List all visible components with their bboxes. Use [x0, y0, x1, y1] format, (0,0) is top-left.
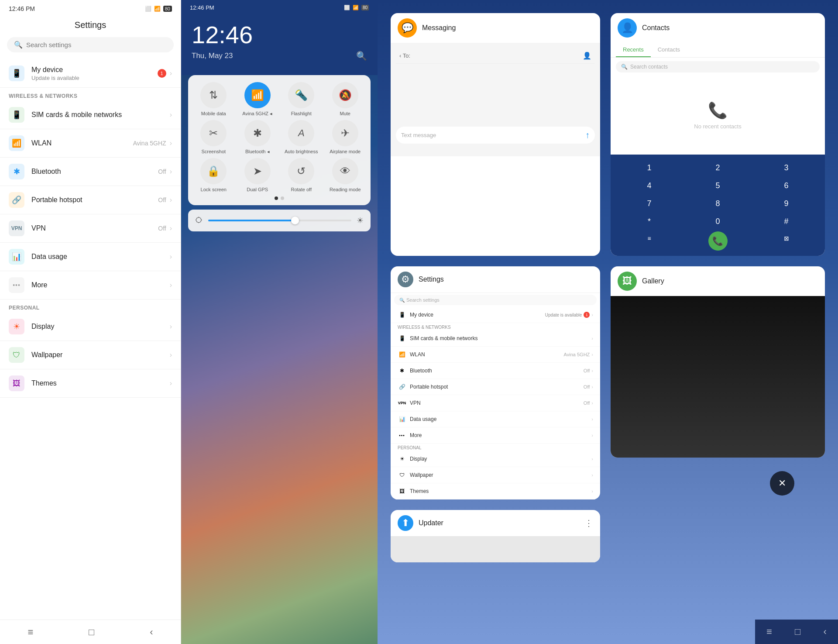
quick-rotate[interactable]: ↺ Rotate off [281, 158, 322, 192]
apps-nav-back[interactable]: ‹ [824, 626, 827, 637]
phone-dialer: 1 2 3 4 5 6 7 8 9 * 0 # ≡ 📞 ⊠ [611, 155, 825, 256]
settings-item-display[interactable]: ☀ Display › [0, 313, 181, 341]
dialer-key-2[interactable]: 2 [684, 160, 751, 176]
settings-mini-display[interactable]: ☀ Display › [391, 451, 600, 467]
dialer-key-hash[interactable]: # [753, 214, 820, 230]
apps-nav-menu[interactable]: ≡ [766, 626, 772, 637]
settings-mini-hotspot-icon: 🔗 [398, 382, 406, 391]
brightness-track[interactable] [208, 220, 351, 221]
quick-auto-brightness[interactable]: A Auto brightness [281, 120, 322, 155]
messaging-back-btn[interactable]: ‹ To: [399, 52, 410, 59]
settings-item-wlan[interactable]: 📶 WLAN Avina 5GHZ › [0, 129, 181, 158]
updater-icon: ⬆ [398, 515, 413, 531]
contacts-search[interactable]: 🔍 Search contacts [616, 61, 820, 72]
settings-mini-bluetooth[interactable]: ✱ Bluetooth Off › [391, 363, 600, 379]
bluetooth-quick-btn[interactable]: ✱ [244, 120, 271, 146]
quick-reading-mode[interactable]: 👁 Reading mode [325, 158, 366, 192]
apps-nav-home[interactable]: □ [795, 626, 800, 637]
brightness-handle[interactable] [291, 217, 299, 224]
dialer-key-5[interactable]: 5 [684, 178, 751, 194]
airplane-btn[interactable]: ✈ [332, 120, 358, 146]
messaging-card[interactable]: 💬 Messaging ‹ To: 👤 Text message ↑ [391, 13, 600, 256]
settings-item-sim[interactable]: 📱 SIM cards & mobile networks › [0, 101, 181, 129]
settings-mini-themes[interactable]: 🖼 Themes › [391, 483, 600, 499]
display-icon: ☀ [9, 319, 24, 334]
message-input-row[interactable]: Text message ↑ [396, 127, 595, 144]
dialer-key-menu[interactable]: ≡ [616, 231, 683, 251]
screenshot-btn[interactable]: ✂ [200, 120, 227, 146]
settings-search-bar[interactable]: 🔍 [7, 37, 174, 52]
dialer-key-9[interactable]: 9 [753, 196, 820, 212]
gallery-card[interactable]: 🖼 Gallery [611, 266, 825, 458]
dialer-key-delete[interactable]: ⊠ [753, 231, 820, 251]
updater-card[interactable]: ⬆ Updater ⋮ [391, 510, 600, 562]
quick-mobile-data[interactable]: ⇅ Mobile data [193, 82, 234, 117]
flashlight-btn[interactable]: 🔦 [288, 82, 314, 108]
dialer-key-star[interactable]: * [616, 214, 683, 230]
nav-back-btn[interactable]: ‹ [146, 623, 156, 641]
dialer-call-btn[interactable]: 📞 [708, 231, 728, 251]
bluetooth-label: Bluetooth [31, 168, 158, 176]
settings-mini-vpn[interactable]: VPN VPN Off › [391, 395, 600, 411]
phone-search-icon[interactable]: 🔍 [356, 51, 367, 61]
dialer-key-6[interactable]: 6 [753, 178, 820, 194]
mobile-data-btn[interactable]: ⇅ [200, 82, 227, 108]
quick-airplane[interactable]: ✈ Airplane mode [325, 120, 366, 155]
settings-mini-more[interactable]: ••• More › [391, 427, 600, 444]
nav-menu-btn[interactable]: ≡ [24, 623, 37, 641]
settings-item-bluetooth[interactable]: ✱ Bluetooth Off › [0, 158, 181, 186]
settings-mini-data[interactable]: 📊 Data usage › [391, 411, 600, 427]
quick-screenshot[interactable]: ✂ Screenshot [193, 120, 234, 155]
dialer-key-3[interactable]: 3 [753, 160, 820, 176]
mute-btn[interactable]: 🔕 [332, 82, 358, 108]
dual-gps-btn[interactable]: ➤ [244, 158, 271, 184]
wifi-icon: 📶 [154, 6, 161, 12]
dialer-key-7[interactable]: 7 [616, 196, 683, 212]
search-input[interactable] [26, 41, 167, 48]
auto-brightness-btn[interactable]: A [288, 120, 314, 146]
quick-dual-gps[interactable]: ➤ Dual GPS [237, 158, 278, 192]
settings-mini-search[interactable]: 🔍 Search settings [394, 295, 597, 305]
dialer-key-1[interactable]: 1 [616, 160, 683, 176]
close-recents-btn[interactable]: ✕ [770, 471, 794, 496]
settings-mini-card[interactable]: ⚙ Settings 🔍 Search settings 📱 My device… [391, 266, 600, 499]
settings-mini-themes-label: Themes [410, 488, 591, 494]
contacts-tab-recents[interactable]: Recents [616, 43, 651, 57]
dialer-key-8[interactable]: 8 [684, 196, 751, 212]
settings-mini-hotspot-value: Off [584, 384, 590, 389]
updater-options-btn[interactable]: ⋮ [584, 518, 593, 528]
contacts-card[interactable]: 👤 Contacts Recents Contacts 🔍 Search con… [611, 13, 825, 256]
settings-item-my-device[interactable]: 📱 My device Update is available 1 › [0, 59, 181, 88]
settings-mini-sim[interactable]: 📱 SIM cards & mobile networks › [391, 331, 600, 347]
quick-bluetooth[interactable]: ✱ Bluetooth ◂ [237, 120, 278, 155]
settings-mini-vpn-icon: VPN [398, 399, 406, 407]
more-label: More [31, 281, 170, 289]
lock-screen-btn[interactable]: 🔒 [200, 158, 227, 184]
message-send-btn[interactable]: ↑ [585, 130, 590, 140]
dialer-key-0[interactable]: 0 [684, 214, 751, 230]
wifi-btn[interactable]: 📶 [244, 82, 271, 108]
rotate-btn[interactable]: ↺ [288, 158, 314, 184]
settings-mini-wallpaper[interactable]: 🛡 Wallpaper › [391, 467, 600, 483]
settings-mini-hotspot[interactable]: 🔗 Portable hotspot Off › [391, 379, 600, 395]
settings-item-more[interactable]: ••• More › [0, 271, 181, 300]
settings-item-hotspot[interactable]: 🔗 Portable hotspot Off › [0, 186, 181, 214]
reading-mode-btn[interactable]: 👁 [332, 158, 358, 184]
settings-mini-my-device[interactable]: 📱 My device Update is available 1 › [391, 307, 600, 323]
settings-item-themes[interactable]: 🖼 Themes › [0, 369, 181, 398]
quick-lock-screen[interactable]: 🔒 Lock screen [193, 158, 234, 192]
flashlight-label: Flashlight [291, 111, 312, 116]
settings-item-wallpaper[interactable]: 🛡 Wallpaper › [0, 341, 181, 369]
settings-item-vpn[interactable]: VPN VPN Off › [0, 214, 181, 243]
settings-item-data-usage[interactable]: 📊 Data usage › [0, 243, 181, 271]
nav-home-btn[interactable]: □ [85, 623, 98, 641]
dialer-key-4[interactable]: 4 [616, 178, 683, 194]
quick-mute[interactable]: 🔕 Mute [325, 82, 366, 117]
display-label: Display [31, 323, 170, 331]
message-input[interactable]: Text message [401, 132, 582, 138]
contacts-tab-contacts[interactable]: Contacts [651, 43, 687, 57]
quick-flashlight[interactable]: 🔦 Flashlight [281, 82, 322, 117]
quick-wifi[interactable]: 📶 Avina 5GHZ ◂ [237, 82, 278, 117]
settings-mini-wlan[interactable]: 📶 WLAN Avina 5GHZ › [391, 347, 600, 363]
brightness-bar[interactable]: 🌣 ☀ [188, 210, 371, 231]
